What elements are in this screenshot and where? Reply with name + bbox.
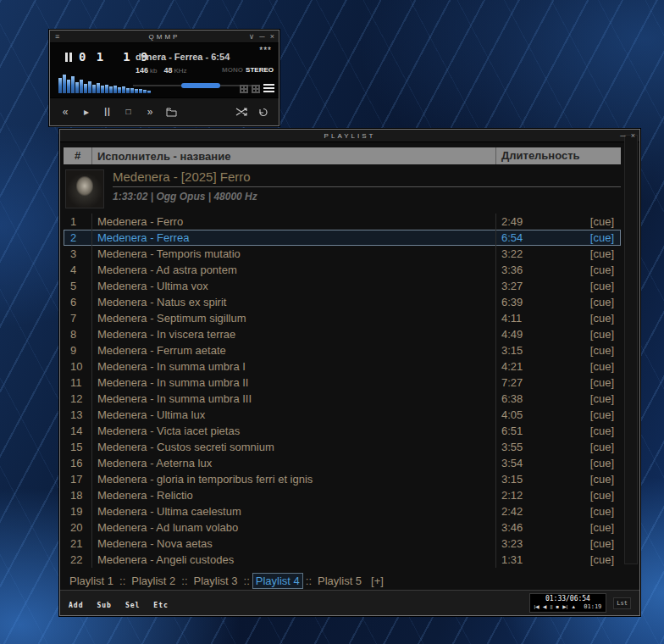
minimize-icon[interactable]: ─: [259, 32, 264, 41]
playlist-tab[interactable]: Playlist 2: [129, 574, 178, 588]
player-titlebar[interactable]: ≡ QMMP ∨ ─ ×: [50, 31, 279, 43]
playlist-row[interactable]: 20Medenera - Ad lunam volabo3:46[cue]: [64, 519, 621, 536]
playlist-row[interactable]: 15Medenera - Custos secreti somnium3:55[…: [64, 439, 621, 455]
playlist-row[interactable]: 3Medenera - Temporis mutatio3:22[cue]: [64, 246, 621, 262]
track-duration: 4:05: [501, 407, 523, 423]
track-duration-cell: 3:15[cue]: [495, 342, 621, 358]
playlist-row[interactable]: 9Medenera - Ferrum aetate3:15[cue]: [64, 342, 621, 358]
repeat-icon[interactable]: [258, 108, 268, 117]
playlist-tab[interactable]: Playlist 5: [315, 574, 364, 588]
add-button[interactable]: Add: [69, 602, 83, 609]
track-number: 10: [64, 358, 92, 375]
playlist-row[interactable]: 4Medenera - Ad astra pontem3:36[cue]: [64, 262, 621, 278]
playlist-row[interactable]: 16Medenera - Aeterna lux3:54[cue]: [64, 455, 621, 471]
sel-button[interactable]: Sel: [125, 602, 140, 609]
column-header-number[interactable]: #: [64, 147, 92, 164]
visualizer-bar: [109, 86, 113, 93]
visualizer-bar: [92, 85, 96, 93]
track-title: Medenera - Aeterna lux: [92, 455, 495, 471]
playlist-tab[interactable]: Playlist 1: [67, 574, 116, 588]
previous-button[interactable]: «: [60, 107, 70, 117]
playlist-row[interactable]: 2Medenera - Ferrea6:54[cue]: [64, 230, 621, 246]
playlist-scrollbar[interactable]: [624, 135, 638, 564]
playlist-row[interactable]: 6Medenera - Natus ex spirit6:39[cue]: [64, 294, 621, 310]
track-number: 1: [64, 214, 92, 230]
track-number: 20: [64, 519, 92, 536]
mini-transport-button[interactable]: ◀: [543, 604, 547, 609]
album-group-header: Medenera - [2025] Ferro 1:33:02 | Ogg Op…: [65, 169, 621, 210]
track-cue-badge: [cue]: [590, 391, 614, 407]
track-number: 2: [64, 230, 92, 246]
playlist-row[interactable]: 19Medenera - Ultima caelestum2:42[cue]: [64, 503, 621, 519]
samplerate-unit: KHz: [174, 67, 187, 75]
playlist-row[interactable]: 5Medenera - Ultima vox3:27[cue]: [64, 278, 621, 294]
etc-button[interactable]: Etc: [153, 602, 168, 609]
playlist-row[interactable]: 18Medenera - Relictio2:12[cue]: [64, 487, 621, 503]
shuffle-icon[interactable]: [235, 108, 247, 116]
visualizer-bar: [71, 76, 75, 93]
pause-indicator-icon: [65, 53, 72, 62]
playlist-column-headers[interactable]: # Исполнитель - название Длительность: [64, 147, 621, 164]
sub-button[interactable]: Sub: [97, 602, 111, 609]
new-playlist-button[interactable]: [+]: [371, 575, 384, 587]
playlist-row[interactable]: 14Medenera - Victa iacet pietas6:51[cue]: [64, 423, 621, 439]
track-number: 11: [64, 375, 92, 391]
track-duration: 2:12: [501, 487, 523, 503]
album-title: Medenera - [2025] Ferro: [113, 169, 621, 187]
stop-button[interactable]: □: [124, 108, 134, 116]
playlist-close-icon[interactable]: ×: [631, 131, 635, 140]
track-cue-badge: [cue]: [590, 342, 614, 358]
playlist-row[interactable]: 21Medenera - Nova aetas3:23[cue]: [64, 536, 621, 552]
playlist-row[interactable]: 11Medenera - In summa umbra II7:27[cue]: [64, 375, 621, 391]
playlist-row[interactable]: 12Medenera - In summa umbra III6:38[cue]: [64, 391, 621, 407]
shade-icon[interactable]: ∨: [249, 32, 255, 41]
visualizer-bar: [126, 88, 130, 93]
track-duration: 3:36: [501, 262, 523, 278]
column-header-duration[interactable]: Длительность: [495, 147, 621, 164]
visualizer-bar: [80, 80, 83, 93]
playlist-row[interactable]: 17Medenera - gloria in temporibus ferri …: [64, 471, 621, 487]
playlist-row[interactable]: 8Medenera - In viscera terrae4:49[cue]: [64, 326, 621, 342]
playlist-row[interactable]: 22Medenera - Angeli custodes1:31[cue]: [64, 552, 621, 568]
playlist-titlebar[interactable]: PLAYLIST ─ ×: [60, 130, 639, 142]
mini-transport-button[interactable]: ■: [556, 604, 560, 609]
track-duration-cell: 3:54[cue]: [495, 455, 621, 471]
playlist-row[interactable]: 1Medenera - Ferro2:49[cue]: [64, 214, 621, 230]
track-number: 19: [64, 503, 92, 519]
mini-transport-button[interactable]: ||: [550, 604, 552, 609]
track-duration: 7:27: [501, 375, 523, 391]
track-cue-badge: [cue]: [590, 487, 614, 503]
track-duration-cell: 6:38[cue]: [495, 391, 621, 407]
track-title-marquee[interactable]: denera - Ferrea - 6:54: [136, 52, 248, 62]
visualizer[interactable]: [58, 74, 151, 93]
playlist-tab[interactable]: Playlist 3: [191, 574, 241, 588]
track-duration-cell: 1:31[cue]: [495, 552, 621, 568]
equalizer-toggle-icon[interactable]: [240, 85, 248, 93]
track-duration-cell: 3:27[cue]: [495, 278, 621, 294]
track-number: 4: [64, 262, 92, 278]
bitrate-unit: kb: [150, 67, 157, 75]
next-button[interactable]: »: [145, 107, 155, 117]
playlist-row[interactable]: 13Medenera - Ultima lux4:05[cue]: [64, 407, 621, 423]
play-button[interactable]: ▸: [81, 107, 91, 117]
track-cue-badge: [cue]: [590, 310, 614, 326]
tab-separator: ::: [306, 575, 312, 587]
pause-button[interactable]: ||: [102, 108, 113, 116]
menu-icon[interactable]: ≡: [55, 32, 59, 41]
track-cue-badge: [cue]: [590, 246, 614, 262]
column-header-title[interactable]: Исполнитель - название: [92, 150, 495, 163]
open-file-icon[interactable]: [166, 108, 177, 117]
visual-mode-icon[interactable]: [252, 85, 260, 93]
playlist-row[interactable]: 10Medenera - In summa umbra I4:21[cue]: [64, 358, 621, 375]
list-menu-button[interactable]: Lst: [613, 597, 631, 609]
mini-transport-button[interactable]: |◀: [534, 604, 540, 609]
playlist-row[interactable]: 7Medenera - Septimum sigillum4:11[cue]: [64, 310, 621, 326]
tab-separator: ::: [119, 575, 125, 587]
mini-transport-button[interactable]: ▲: [571, 604, 576, 609]
close-icon[interactable]: ×: [270, 32, 274, 41]
mini-transport-button[interactable]: ▶|: [562, 604, 567, 609]
playlist-tab[interactable]: Playlist 4: [253, 574, 302, 588]
seek-handle[interactable]: [181, 83, 220, 88]
playlist-toggle-icon[interactable]: [263, 84, 274, 93]
playlist-minimize-icon[interactable]: ─: [620, 131, 625, 140]
